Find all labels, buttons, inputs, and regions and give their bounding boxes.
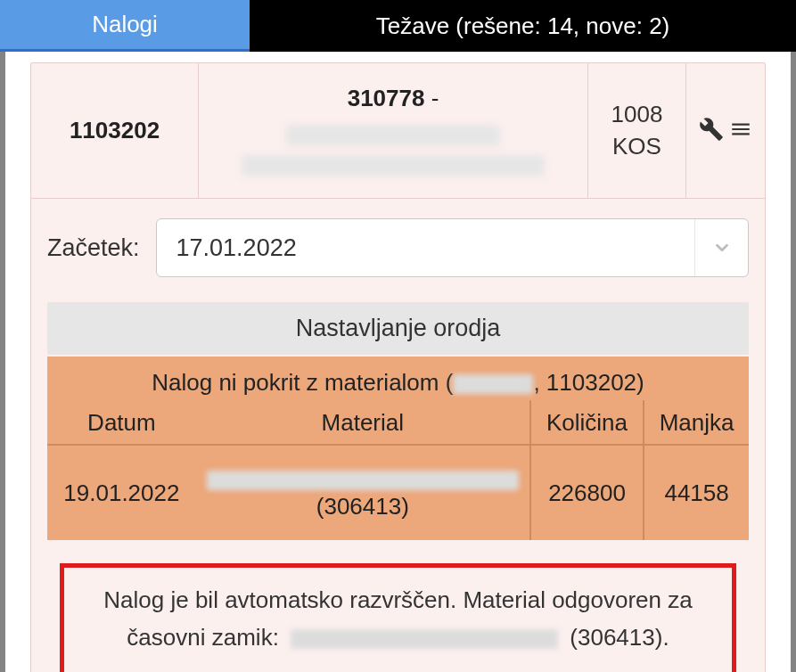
- cell-date: 19.01.2022: [47, 445, 196, 540]
- content-area: 1103202 310778 - 1008 KOS: [0, 52, 796, 672]
- start-row: Začetek: 17.01.2022: [47, 218, 749, 277]
- material-shortage-table: Nalog ni pokrit z materialom (, 1103202)…: [47, 356, 749, 540]
- tab-orders[interactable]: Nalogi: [0, 0, 250, 52]
- alert-auto-scheduled: Nalog je bil avtomatsko razvrščen. Mater…: [60, 563, 736, 672]
- tab-issues[interactable]: Težave (rešene: 14, nove: 2): [250, 0, 796, 52]
- cell-missing: 44158: [644, 445, 749, 540]
- start-date-value: 17.01.2022: [176, 234, 694, 262]
- start-date-dropdown[interactable]: 17.01.2022: [156, 218, 749, 277]
- order-description: 310778 -: [199, 63, 588, 198]
- order-actions: [686, 63, 765, 198]
- redacted-text: [286, 125, 500, 146]
- start-label: Začetek:: [47, 234, 140, 262]
- tab-bar: Nalogi Težave (rešene: 14, nove: 2): [0, 0, 796, 52]
- redacted-text: [242, 155, 545, 176]
- chevron-down-icon: [694, 219, 748, 276]
- redacted-text: [453, 374, 533, 394]
- order-quantity: 1008 KOS: [588, 63, 686, 198]
- menu-icon[interactable]: [729, 118, 752, 144]
- product-code: 310778: [348, 85, 425, 111]
- redacted-text: [291, 629, 558, 649]
- material-table-title: Nalog ni pokrit z materialom (, 1103202): [47, 356, 749, 400]
- table-row: 19.01.2022 (306413) 226800 44158: [47, 445, 749, 540]
- tool-setup-bar[interactable]: Nastavljanje orodja: [47, 302, 749, 355]
- order-card: 1103202 310778 - 1008 KOS: [30, 62, 766, 672]
- tools-icon[interactable]: [699, 117, 724, 145]
- col-qty: Količina: [530, 400, 644, 445]
- order-card-body: Začetek: 17.01.2022 Nastavljanje orodja …: [31, 199, 765, 672]
- order-id: 1103202: [31, 63, 199, 198]
- col-missing: Manjka: [644, 400, 749, 445]
- redacted-text: [207, 471, 519, 490]
- cell-qty: 226800: [530, 445, 644, 540]
- col-material: Material: [196, 400, 530, 445]
- cell-material: (306413): [196, 445, 530, 540]
- col-date: Datum: [47, 400, 196, 445]
- order-card-header: 1103202 310778 - 1008 KOS: [31, 63, 765, 199]
